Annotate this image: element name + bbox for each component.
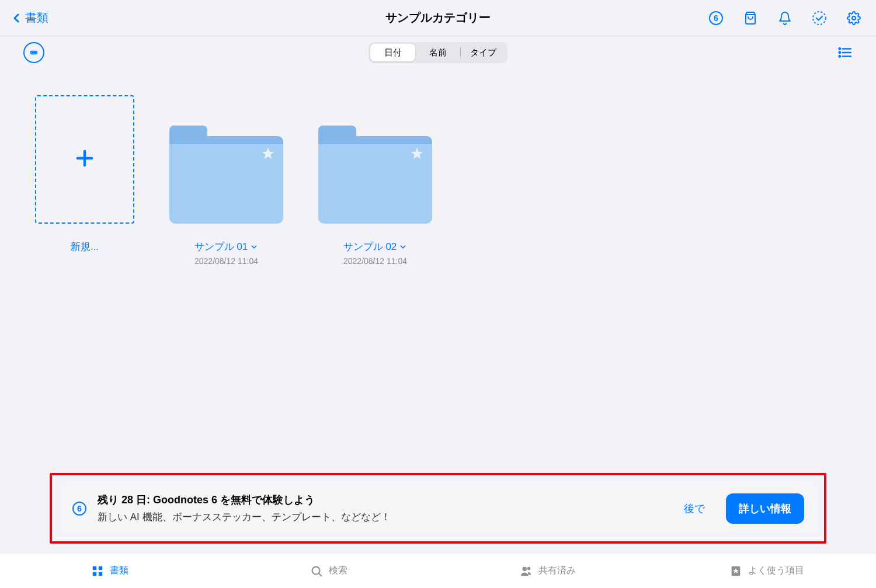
tab-documents[interactable]: 書類 — [0, 565, 219, 577]
svg-rect-19 — [98, 566, 102, 569]
svg-point-3 — [852, 16, 856, 20]
svg-point-24 — [522, 566, 526, 570]
new-item-tile: 新規... — [35, 95, 134, 266]
bottom-tabbar: 書類 検索 共有済み よく使う項目 — [0, 553, 876, 588]
promo-highlight: 6 残り 28 日: Goodnotes 6 を無料で体験しよう 新しい AI … — [50, 473, 826, 544]
sort-date[interactable]: 日付 — [370, 44, 415, 61]
list-view-button[interactable] — [837, 45, 853, 60]
chevron-down-icon — [250, 243, 258, 251]
svg-text:6: 6 — [77, 504, 82, 513]
chevron-left-icon — [9, 11, 24, 26]
svg-marker-14 — [262, 148, 274, 159]
folder-open[interactable] — [169, 95, 283, 224]
tab-favorites[interactable]: よく使う項目 — [657, 565, 876, 577]
svg-rect-20 — [92, 572, 96, 575]
check-dashed-icon[interactable] — [812, 11, 827, 26]
folder-tile: サンプル 02 2022/08/12 11:04 — [318, 95, 432, 266]
svg-point-10 — [839, 52, 840, 53]
sort-type[interactable]: タイプ — [461, 44, 506, 61]
nav-actions: 6 — [708, 11, 861, 26]
promo-text: 残り 28 日: Goodnotes 6 を無料で体験しよう 新しい AI 機能… — [98, 493, 391, 524]
folder-name-button[interactable]: サンプル 02 — [343, 240, 408, 253]
tab-shared[interactable]: 共有済み — [438, 565, 657, 577]
star-icon[interactable] — [261, 147, 275, 163]
page-title: サンプルカテゴリー — [385, 10, 491, 26]
svg-point-11 — [839, 55, 840, 57]
folder-name: サンプル 01 — [194, 240, 248, 253]
badge-six-icon[interactable]: 6 — [708, 11, 724, 26]
folder-tile: サンプル 01 2022/08/12 11:04 — [169, 95, 283, 266]
svg-point-2 — [813, 12, 826, 25]
promo-cta-button[interactable]: 詳しい情報 — [726, 493, 804, 524]
select-mode-button[interactable] — [23, 42, 44, 63]
badge-six-icon: 6 — [72, 501, 87, 516]
star-icon[interactable] — [410, 147, 424, 163]
promo-title: 残り 28 日: Goodnotes 6 を無料で体験しよう — [98, 493, 391, 507]
svg-rect-18 — [92, 566, 96, 569]
document-grid: 新規... サンプル 01 2022/08/12 11:04 — [0, 69, 876, 292]
tab-label: 検索 — [329, 565, 347, 577]
back-button[interactable]: 書類 — [9, 10, 48, 26]
tab-label: よく使う項目 — [748, 565, 804, 577]
svg-text:6: 6 — [714, 13, 718, 23]
back-label: 書類 — [25, 10, 48, 26]
folder-date: 2022/08/12 11:04 — [194, 256, 258, 266]
tab-search[interactable]: 検索 — [219, 565, 438, 577]
promo-subtitle: 新しい AI 機能、ボーナスステッカー、テンプレート、などなど！ — [98, 510, 391, 524]
svg-point-25 — [527, 566, 530, 570]
new-button[interactable] — [35, 95, 134, 224]
new-label[interactable]: 新規... — [71, 240, 99, 253]
sort-segmented-control: 日付 名前 タイプ — [369, 42, 507, 63]
top-nav: 書類 サンプルカテゴリー 6 — [0, 0, 876, 36]
promo-later-button[interactable]: 後で — [673, 502, 715, 516]
promo-banner: 6 残り 28 日: Goodnotes 6 を無料で体験しよう 新しい AI … — [59, 482, 817, 534]
folder-name-button[interactable]: サンプル 01 — [194, 240, 259, 253]
svg-point-9 — [839, 48, 840, 49]
plus-icon — [74, 148, 95, 171]
sort-name[interactable]: 名前 — [415, 44, 460, 61]
grid-icon — [91, 565, 104, 577]
svg-marker-15 — [411, 148, 423, 159]
people-icon — [520, 565, 533, 577]
svg-rect-21 — [98, 572, 102, 575]
star-bookmark-icon — [729, 565, 742, 577]
svg-line-23 — [319, 573, 321, 576]
folder-date: 2022/08/12 11:04 — [343, 256, 407, 266]
shop-icon[interactable] — [743, 11, 758, 26]
tab-label: 書類 — [110, 565, 128, 577]
gear-icon[interactable] — [846, 11, 861, 26]
tab-label: 共有済み — [538, 565, 576, 577]
folder-open[interactable] — [318, 95, 432, 224]
chevron-down-icon — [399, 243, 407, 251]
folder-name: サンプル 02 — [343, 240, 397, 253]
search-icon — [310, 565, 323, 577]
toolbar: 日付 名前 タイプ — [0, 36, 876, 69]
bell-icon[interactable] — [777, 11, 792, 26]
